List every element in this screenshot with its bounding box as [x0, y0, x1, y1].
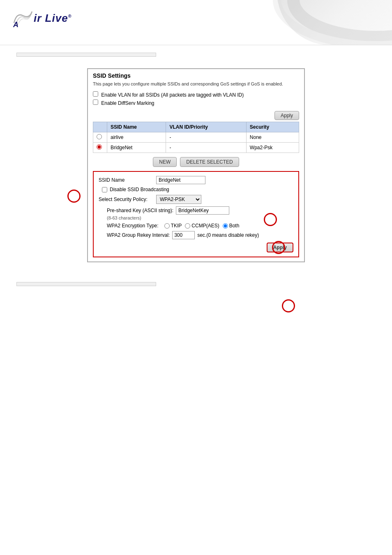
top-nav-bar: [16, 53, 156, 57]
vlan-label-text: Enable VLAN for all SSIDs (All packets a…: [101, 92, 244, 98]
vlan-checkbox-label[interactable]: Enable VLAN for all SSIDs (All packets a…: [93, 91, 299, 98]
logo: A ir Live®: [12, 8, 72, 28]
annotation-circle-2: [264, 213, 277, 226]
header-arc-svg: [261, 0, 392, 45]
ssid-name-row: SSID Name: [99, 176, 293, 184]
apply-button-top[interactable]: Apply: [274, 111, 299, 120]
psk-label: Pre-shared Key (ASCII string):: [107, 208, 173, 213]
disable-ssid-checkbox[interactable]: [102, 187, 107, 192]
col-ssid-name: SSID Name: [107, 122, 166, 132]
diffserv-label-text: Enable DiffServ Marking: [101, 100, 154, 106]
security-policy-select[interactable]: WPA2-PSK None WPA-PSK WEP: [156, 195, 201, 204]
rekey-row: WPA2 Group Rekey Interval: sec.(0 means …: [99, 231, 293, 239]
delete-selected-button[interactable]: DELETE SELECTED: [180, 157, 239, 167]
ssid-name-input[interactable]: [156, 176, 205, 184]
row1-vlan: -: [166, 132, 246, 143]
table-row: BridgeNet - Wpa2-Psk: [93, 143, 299, 153]
diffserv-checkbox-label[interactable]: Enable DiffServ Marking: [93, 99, 299, 106]
psk-row: Pre-shared Key (ASCII string):: [99, 206, 293, 215]
form-apply-row: Apply: [99, 243, 293, 252]
row1-ssid: airlive: [107, 132, 166, 143]
row2-radio-cell[interactable]: [93, 143, 107, 153]
ssid-table: SSID Name VLAN ID/Priority Security airl…: [93, 122, 299, 153]
security-policy-row: Select Security Policy: WPA2-PSK None WP…: [99, 195, 293, 204]
encryption-ccmp-label[interactable]: CCMP(AES): [185, 223, 219, 229]
psk-input[interactable]: [176, 206, 229, 215]
apply-row-top: Apply: [88, 109, 304, 122]
button-row: NEW DELETE SELECTED: [88, 153, 304, 171]
row2-ssid: BridgeNet: [107, 143, 166, 153]
header: A ir Live®: [0, 0, 392, 45]
row1-radio-cell[interactable]: [93, 132, 107, 143]
ssid-panel-container: SSID Settings This page lets you configu…: [75, 68, 317, 262]
encryption-both-radio[interactable]: [223, 223, 228, 229]
rekey-input[interactable]: [172, 231, 195, 239]
encryption-ccmp-radio[interactable]: [185, 223, 190, 229]
row1-radio[interactable]: [97, 134, 102, 139]
row1-security: None: [246, 132, 299, 143]
row2-radio[interactable]: [97, 144, 102, 150]
ssid-name-label: SSID Name: [99, 177, 156, 183]
encryption-tkip-label[interactable]: TKIP: [164, 223, 182, 229]
col-security: Security: [246, 122, 299, 132]
row2-security: Wpa2-Psk: [246, 143, 299, 153]
vlan-checkbox[interactable]: [93, 91, 98, 97]
table-row: airlive - None: [93, 132, 299, 143]
row2-vlan: -: [166, 143, 246, 153]
encryption-ccmp-text: CCMP(AES): [191, 223, 219, 229]
bottom-nav-bar: [16, 282, 156, 286]
col-vlan: VLAN ID/Priority: [166, 122, 246, 132]
rekey-suffix: sec.(0 means disable rekey): [197, 232, 259, 238]
rekey-label: WPA2 Group Rekey Interval:: [107, 232, 170, 238]
ssid-options: Enable VLAN for all SSIDs (All packets a…: [88, 90, 304, 109]
encryption-tkip-radio[interactable]: [164, 223, 170, 229]
col-radio: [93, 122, 107, 132]
logo-air: ir: [34, 12, 45, 24]
ssid-panel-title: SSID Settings: [88, 69, 304, 81]
disable-ssid-label: Disable SSID Broadcasting: [110, 187, 169, 192]
encryption-row: WPA2 Encryption Type: TKIP CCMP(AES) Bot…: [99, 223, 293, 229]
ssid-panel: SSID Settings This page lets you configu…: [87, 68, 305, 262]
logo-text: ir Live®: [34, 12, 72, 25]
svg-text:A: A: [13, 21, 18, 28]
encryption-both-text: Both: [229, 223, 240, 229]
encryption-both-label[interactable]: Both: [223, 223, 240, 229]
disable-ssid-row[interactable]: Disable SSID Broadcasting: [99, 187, 293, 192]
encryption-label: WPA2 Encryption Type:: [107, 223, 159, 229]
logo-registered: ®: [68, 14, 72, 18]
main-content: SSID Settings This page lets you configu…: [0, 64, 392, 275]
ssid-panel-desc: This page lets you configure multiple SS…: [88, 81, 304, 90]
encryption-tkip-text: TKIP: [171, 223, 182, 229]
annotation-circle-3: [272, 241, 285, 254]
annotation-circle-1: [67, 190, 81, 203]
security-policy-label: Select Security Policy:: [99, 197, 156, 202]
table-header-row: SSID Name VLAN ID/Priority Security: [93, 122, 299, 132]
logo-waves-icon: A: [12, 8, 34, 28]
new-button[interactable]: NEW: [153, 157, 177, 167]
diffserv-checkbox[interactable]: [93, 99, 98, 105]
logo-live: Live: [45, 12, 68, 24]
annotation-circle-4: [282, 299, 295, 312]
